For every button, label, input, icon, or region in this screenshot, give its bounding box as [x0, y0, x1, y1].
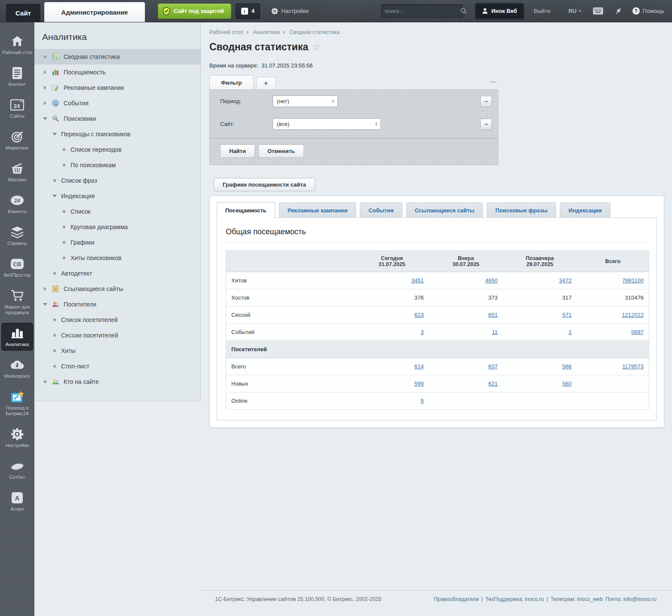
topbar-settings-button[interactable]: Настройки: [271, 8, 309, 15]
rail-item-settings[interactable]: Настройки: [1, 424, 33, 452]
footer-support-link[interactable]: ТехПоддержка: inoco.ru: [485, 596, 544, 602]
filter-panel: Фильтр + — Период: (нет) ▲▼ − Сайт: (все…: [209, 75, 498, 165]
stat-link[interactable]: 621: [488, 380, 498, 387]
rail-item-content[interactable]: Контент: [1, 63, 33, 91]
stat-link[interactable]: 1179573: [622, 363, 644, 370]
bullet-icon: [53, 272, 56, 275]
stat-link[interactable]: 3: [420, 329, 423, 335]
rail-item-desktop[interactable]: Рабочий стол: [1, 31, 33, 59]
user-menu-button[interactable]: Инок Веб: [476, 3, 524, 19]
footer-telegram-link[interactable]: Телеграм: inoco_web: [551, 596, 603, 602]
stat-link[interactable]: 571: [562, 312, 572, 318]
notifications-counter-button[interactable]: i 4: [236, 3, 260, 19]
stat-link[interactable]: 1: [568, 329, 571, 335]
sidebar-item-phrases-list[interactable]: Список фраз: [34, 173, 200, 188]
expand-right-icon: [44, 101, 46, 105]
stats-panel: Посещаемость Рекламные кампании События …: [209, 196, 664, 428]
sidebar-item-summary-stats[interactable]: Σ Сводная статистика: [34, 49, 200, 64]
clients-24-icon: 24: [2, 193, 32, 208]
breadcrumb-analytics[interactable]: Аналитика: [253, 29, 279, 35]
stat-link[interactable]: 3472: [559, 277, 572, 284]
stat-link[interactable]: 4650: [485, 277, 498, 284]
stat-link[interactable]: 637: [488, 363, 498, 370]
site-protected-button[interactable]: Сайт под защитой: [158, 3, 231, 19]
sidebar-item-graphs[interactable]: Графики: [34, 235, 200, 250]
rail-item-sites[interactable]: 24 Сайты: [1, 95, 33, 123]
rail-item-aspro[interactable]: A Аспро: [1, 487, 33, 515]
sidebar-item-events[interactable]: События: [34, 95, 200, 111]
sidebar-item-search-engines[interactable]: W Поисковики: [34, 111, 200, 126]
tab-referring-sites[interactable]: Ссылающиеся сайты: [406, 202, 483, 218]
stat-link[interactable]: 599: [414, 380, 424, 387]
favorite-star-icon[interactable]: ☆: [313, 43, 321, 52]
site-traffic-graphs-button[interactable]: Графики посещаемости сайта: [214, 178, 315, 191]
stat-link[interactable]: 1212022: [622, 312, 644, 318]
cancel-button[interactable]: Отменить: [258, 144, 304, 158]
filter-tab[interactable]: Фильтр: [209, 75, 254, 89]
tab-site[interactable]: Сайт: [6, 4, 40, 22]
tab-visits[interactable]: Посещаемость: [217, 202, 275, 218]
sidebar-item-transitions-list[interactable]: Список переходов: [34, 142, 200, 157]
sidebar-item-pie-chart[interactable]: Круговая диаграмма: [34, 219, 200, 235]
rail-item-webprostor[interactable]: СВ ВебПростор: [1, 254, 33, 282]
filter-minimize-button[interactable]: —: [490, 78, 497, 85]
sidebar-item-autodetect[interactable]: Автодетект: [34, 266, 200, 281]
tab-administration[interactable]: Администрирование: [44, 2, 145, 22]
stat-link[interactable]: 5697: [631, 329, 644, 335]
sidebar-item-referring-sites[interactable]: Ссылающиеся сайты: [34, 281, 200, 297]
stat-link[interactable]: 7881100: [622, 277, 644, 284]
tab-ad-campaigns[interactable]: Рекламные кампании: [279, 202, 356, 218]
sidebar-item-ad-campaigns[interactable]: Рекламные кампании: [34, 80, 200, 95]
sidebar-item-who-on-site[interactable]: Кто на сайте: [34, 374, 200, 389]
rail-item-store[interactable]: Магазин: [1, 158, 33, 186]
tab-events[interactable]: События: [360, 202, 402, 218]
rail-item-bitrix24[interactable]: Переход в Битрикс24: [1, 386, 33, 420]
sidebar-item-se-hits[interactable]: Хиты поисковиков: [34, 250, 200, 266]
search-box[interactable]: [381, 4, 463, 18]
site-select[interactable]: (все) ▲▼: [273, 118, 381, 130]
sidebar-item-visits[interactable]: Посещаемость: [34, 64, 200, 80]
rail-item-marketplace[interactable]: Marketplace: [1, 355, 33, 383]
stat-link[interactable]: 11: [492, 329, 498, 335]
sidebar-item-visitors-list[interactable]: Список посетителей: [34, 312, 200, 328]
rail-item-market-sellers[interactable]: Маркет для продавцов: [1, 285, 33, 319]
stat-link[interactable]: 623: [414, 312, 424, 318]
stat-link[interactable]: 614: [414, 363, 424, 370]
add-filter-tab-button[interactable]: +: [256, 77, 276, 89]
remove-period-field-button[interactable]: −: [480, 96, 492, 107]
sidebar-item-stop-list[interactable]: Стоп-лист: [34, 359, 200, 374]
breadcrumb-desktop[interactable]: Рабочий стол: [209, 29, 243, 35]
rail-item-marketing[interactable]: Маркетинг: [1, 126, 33, 154]
stat-link[interactable]: 3451: [411, 277, 424, 284]
sidebar-item-hits[interactable]: Хиты: [34, 343, 200, 359]
stat-link[interactable]: 9: [420, 398, 423, 404]
sidebar-item-se-transitions[interactable]: Переходы с поисковиков: [34, 126, 200, 142]
rail-item-analytics[interactable]: Аналитика: [1, 323, 33, 351]
language-select[interactable]: RU: [568, 8, 582, 14]
pin-icon[interactable]: [614, 7, 622, 15]
search-icon[interactable]: [460, 8, 467, 14]
search-input[interactable]: [385, 8, 460, 14]
footer-mail-link[interactable]: Почта: info@inoco.ru: [605, 596, 657, 602]
period-select[interactable]: (нет) ▲▼: [273, 95, 338, 107]
footer-rights-link[interactable]: Правообладатели: [434, 596, 479, 602]
remove-site-field-button[interactable]: −: [480, 119, 492, 130]
sidebar-item-by-search-engines[interactable]: По поисковикам: [34, 157, 200, 173]
tab-indexing[interactable]: Индексация: [560, 202, 610, 218]
rail-item-clients[interactable]: 24 Клиенты: [1, 190, 33, 218]
sidebar-item-indexing-list[interactable]: Список: [34, 204, 200, 219]
tab-search-phrases[interactable]: Поисковые фразы: [487, 202, 556, 218]
sidebar-item-visitor-sessions[interactable]: Сессии посетителей: [34, 328, 200, 343]
events-icon: [52, 100, 59, 107]
rail-item-sotbit[interactable]: Сотбит: [1, 456, 33, 484]
find-button[interactable]: Найти: [220, 144, 255, 158]
stat-link[interactable]: 651: [488, 312, 498, 318]
stat-link[interactable]: 560: [562, 380, 572, 387]
help-button[interactable]: ? Помощь: [632, 7, 664, 15]
rail-item-services[interactable]: Сервисы: [1, 222, 33, 250]
stat-link[interactable]: 566: [562, 363, 572, 370]
sidebar-item-visitors[interactable]: Посетители: [34, 297, 200, 312]
sidebar-item-indexing[interactable]: Индексация: [34, 188, 200, 204]
hotkeys-keyboard-icon[interactable]: [593, 7, 603, 15]
logout-link[interactable]: Выйти: [534, 8, 551, 14]
